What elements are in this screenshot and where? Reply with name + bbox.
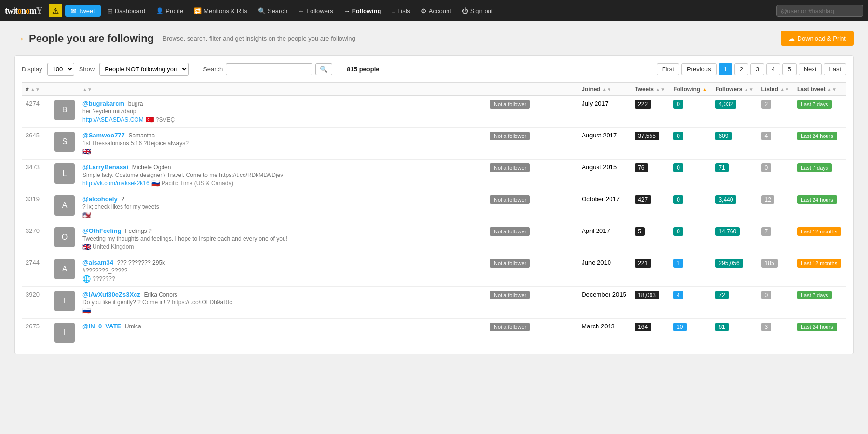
following-badge: 0 — [673, 132, 683, 140]
row-listed: 185 — [758, 255, 793, 287]
nav-dashboard[interactable]: ⊞ Dashboard — [104, 5, 149, 16]
nav-search[interactable]: 🔍 Search — [254, 5, 291, 16]
sort-tweets-icon[interactable]: ▲▼ — [655, 87, 665, 92]
row-follower-status: Not a follower — [486, 223, 578, 255]
nav-profile[interactable]: 👤 Profile — [152, 5, 187, 16]
row-following: 0 — [669, 128, 711, 160]
user-handle[interactable]: @OthFeeling — [82, 227, 122, 234]
flag-icon: 🇷🇺 — [82, 307, 91, 314]
user-handle[interactable]: @IN_0_VATE — [82, 323, 121, 330]
list-icon: ≡ — [392, 7, 395, 14]
nav-search-input[interactable] — [776, 5, 863, 17]
row-joined: August 2017 — [578, 128, 631, 160]
data-table: # ▲▼ ▲▼ Joined ▲▼ Tweets ▲▼ Following ▲ — [22, 82, 846, 347]
sort-user-icon[interactable]: ▲▼ — [82, 87, 92, 92]
flag-icon: 🌐 — [82, 275, 91, 283]
page-title-block: → People you are following Browse, searc… — [14, 32, 355, 45]
show-select[interactable]: People NOT following you All people Peop… — [99, 63, 189, 76]
page-1-button[interactable]: 1 — [719, 63, 732, 75]
row-tweets: 221 — [631, 255, 669, 287]
row-avatar: L — [51, 160, 79, 191]
search-nav-icon: 🔍 — [258, 7, 266, 14]
show-label: Show — [79, 66, 95, 73]
nav-followers[interactable]: ← Followers — [294, 5, 337, 16]
retweet-icon: 🔁 — [194, 7, 202, 14]
listed-badge: 7 — [761, 227, 772, 236]
row-joined: October 2017 — [578, 191, 631, 223]
nav-mentions[interactable]: 🔁 Mentions & RTs — [190, 5, 251, 16]
row-follower-status: Not a follower — [486, 191, 578, 223]
user-name: Umica — [125, 323, 141, 330]
row-followers: 61 — [711, 319, 757, 347]
download-button[interactable]: ☁ Download & Print — [781, 31, 854, 46]
user-extra: 🌐 ??????? — [82, 275, 482, 283]
search-submit-button[interactable]: 🔍 — [315, 63, 332, 75]
avatar: O — [54, 227, 75, 247]
sort-listed-icon[interactable]: ▲▼ — [780, 87, 789, 92]
avatar: L — [54, 163, 75, 184]
avatar: I — [54, 291, 75, 311]
flag-icon: 🇺🇸 — [82, 211, 91, 219]
search-input[interactable] — [226, 63, 312, 75]
avatar: S — [54, 132, 75, 152]
tweets-badge: 222 — [635, 100, 651, 108]
user-name: ??? ??????? 295k — [117, 259, 165, 266]
page-header: → People you are following Browse, searc… — [14, 31, 854, 46]
tweet-button[interactable]: ✉ Tweet — [65, 5, 101, 17]
nav-signout[interactable]: ⏻ Sign out — [458, 5, 497, 16]
arrow-out-icon: → — [344, 7, 350, 14]
sort-lasttweet-icon[interactable]: ▲▼ — [827, 87, 837, 92]
nav-account[interactable]: ⚙ Account — [417, 5, 455, 16]
user-icon: 👤 — [156, 7, 163, 14]
page-2-button[interactable]: 2 — [734, 63, 748, 75]
row-listed: 2 — [758, 96, 793, 128]
user-handle[interactable]: @alcohoely — [82, 195, 118, 203]
next-page-button[interactable]: Next — [799, 63, 822, 75]
title-arrow: → — [14, 32, 25, 45]
sort-joined-icon[interactable]: ▲▼ — [602, 87, 611, 92]
user-handle[interactable]: @LarryBenassi — [82, 163, 128, 171]
user-link[interactable]: http://ASDASDAS.COM — [82, 116, 144, 123]
row-last-tweet: Last 24 hours — [793, 319, 846, 347]
sort-num-icon[interactable]: ▲▼ — [30, 87, 40, 92]
page-4-button[interactable]: 4 — [766, 63, 780, 75]
last-page-button[interactable]: Last — [824, 63, 846, 75]
row-last-tweet: Last 7 days — [793, 160, 846, 191]
sort-following-icon[interactable]: ▲ — [702, 86, 708, 93]
user-bio: 1st Thessalonians 5:16 ?Rejoice always? — [82, 140, 482, 147]
following-badge: 0 — [673, 163, 683, 172]
listed-badge: 0 — [761, 163, 772, 172]
table-row: 2675 I @IN_0_VATE Umica Not a follower M… — [22, 319, 846, 347]
user-name: Samantha — [128, 132, 155, 139]
sort-followers-icon[interactable]: ▲▼ — [744, 87, 754, 92]
row-listed: 0 — [758, 287, 793, 319]
last-tweet-badge: Last 7 days — [797, 163, 832, 172]
user-bio: ? ix; check likes for my tweets — [82, 203, 482, 210]
signout-icon: ⏻ — [462, 7, 468, 14]
avatar: B — [54, 100, 75, 120]
row-avatar: B — [51, 96, 79, 128]
user-handle[interactable]: @bugrakarcm — [82, 100, 124, 107]
first-page-button[interactable]: First — [657, 63, 679, 75]
table-container: Display 100 50 25 Show People NOT follow… — [14, 55, 854, 354]
display-select[interactable]: 100 50 25 — [47, 63, 74, 76]
user-link[interactable]: http://vk.com/maksek2k16 — [82, 180, 149, 187]
page-3-button[interactable]: 3 — [750, 63, 764, 75]
row-last-tweet: Last 12 months — [793, 223, 846, 255]
user-handle[interactable]: @IAvXuf30eZs3Xcz — [82, 291, 140, 298]
page: → People you are following Browse, searc… — [0, 21, 868, 364]
row-user: @LarryBenassi Michele Ogden Simple lady.… — [79, 160, 486, 191]
row-last-tweet: Last 12 months — [793, 255, 846, 287]
nav-following[interactable]: → Following — [340, 5, 385, 16]
followers-badge: 14,760 — [715, 227, 740, 236]
nav-lists[interactable]: ≡ Lists — [388, 5, 414, 16]
user-handle[interactable]: @Samwoo777 — [82, 132, 125, 139]
previous-page-button[interactable]: Previous — [681, 63, 717, 75]
row-following: 0 — [669, 223, 711, 255]
user-location: ??????? — [93, 275, 115, 282]
table-row: 2744 A @aisam34 ??? ??????? 295k #??????… — [22, 255, 846, 287]
flag-icon: 🇬🇧 — [82, 243, 91, 251]
row-num: 3270 — [22, 223, 51, 255]
user-handle[interactable]: @aisam34 — [82, 259, 113, 266]
page-5-button[interactable]: 5 — [782, 63, 796, 75]
